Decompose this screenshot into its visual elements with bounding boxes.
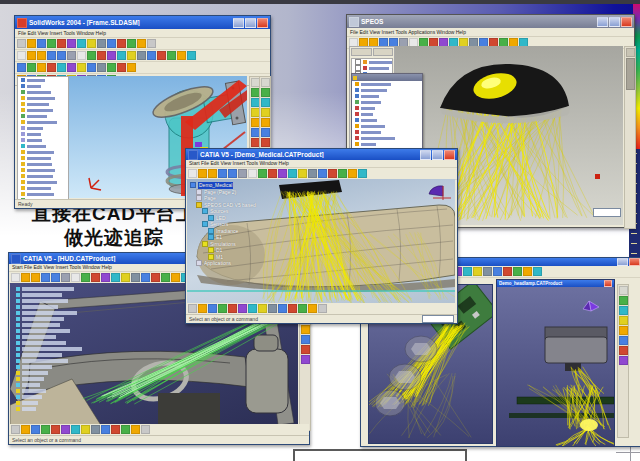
tool-icon[interactable]: [261, 138, 270, 147]
scroll-thumb[interactable]: [626, 58, 635, 90]
toolbar-icon[interactable]: [47, 39, 56, 48]
toolbar-icon[interactable]: [268, 169, 277, 178]
tool-icon[interactable]: [261, 98, 270, 107]
toolbar-icon[interactable]: [493, 267, 502, 276]
tool-icon[interactable]: [261, 108, 270, 117]
toolbar-icon[interactable]: [147, 51, 156, 60]
titlebar[interactable]: SolidWorks 2004 - [Frame.SLDASM]: [15, 16, 270, 29]
toolbar-icon[interactable]: [513, 267, 522, 276]
tool-icon[interactable]: [619, 326, 628, 335]
toolbar-icon[interactable]: [318, 304, 327, 313]
toolbar-view[interactable]: [15, 62, 270, 74]
tool-icon[interactable]: [619, 346, 628, 355]
toolbar-icon[interactable]: [483, 267, 492, 276]
toolbar-icon[interactable]: [77, 63, 86, 72]
titlebar[interactable]: SPEOS: [347, 15, 634, 28]
feature-tree[interactable]: [17, 76, 69, 200]
tool-icon[interactable]: [619, 316, 628, 325]
toolbar-icon[interactable]: [37, 51, 46, 60]
right-scrollbar[interactable]: [624, 46, 636, 229]
toolbar-icon[interactable]: [121, 425, 130, 434]
toolbar-icon[interactable]: [27, 39, 36, 48]
toolbar-icon[interactable]: [41, 273, 50, 282]
menubar[interactable]: File Edit View Insert Tools Applications…: [347, 28, 634, 37]
toolbar-icon[interactable]: [97, 63, 106, 72]
toolbar-icon[interactable]: [187, 51, 196, 60]
toolbar-icon[interactable]: [47, 63, 56, 72]
toolbar-icon[interactable]: [41, 425, 50, 434]
toolbar-icon[interactable]: [131, 425, 140, 434]
toolbar-icon[interactable]: [473, 267, 482, 276]
toolbar-icon[interactable]: [131, 273, 140, 282]
toolbar-icon[interactable]: [141, 273, 150, 282]
tool-icon[interactable]: [301, 335, 310, 344]
toolbar-icon[interactable]: [167, 51, 176, 60]
toolbar-icon[interactable]: [121, 273, 130, 282]
toolbar-icon[interactable]: [228, 304, 237, 313]
tool-icon[interactable]: [261, 78, 270, 87]
compass-icon[interactable]: [429, 186, 451, 200]
toolbar-icon[interactable]: [117, 51, 126, 60]
toolbar-icon[interactable]: [218, 169, 227, 178]
toolbar-icon[interactable]: [268, 304, 277, 313]
tree-row[interactable]: [13, 406, 103, 412]
toolbar-icon[interactable]: [37, 63, 46, 72]
toolbar-icon[interactable]: [463, 267, 472, 276]
toolbar-icon[interactable]: [101, 273, 110, 282]
toolbar-icon[interactable]: [91, 273, 100, 282]
toolbar-icon[interactable]: [137, 51, 146, 60]
toolbar-icon[interactable]: [141, 425, 150, 434]
tool-icon[interactable]: [261, 88, 270, 97]
toolbar-icon[interactable]: [228, 169, 237, 178]
toolbar-icon[interactable]: [17, 51, 26, 60]
toolbar-icon[interactable]: [101, 425, 110, 434]
toolbar-icon[interactable]: [91, 425, 100, 434]
toolbar-icon[interactable]: [111, 273, 120, 282]
toolbar-icon[interactable]: [298, 169, 307, 178]
window-buttons[interactable]: [233, 18, 268, 28]
toolbar-icon[interactable]: [71, 273, 80, 282]
catia-tree[interactable]: [13, 286, 103, 412]
toolbar-icon[interactable]: [258, 304, 267, 313]
toolbar-icon[interactable]: [21, 273, 30, 282]
tool-icon[interactable]: [261, 118, 270, 127]
toolbar-icon[interactable]: [111, 425, 120, 434]
toolbar-icon[interactable]: [87, 51, 96, 60]
child-titlebar[interactable]: Demo_headlamp.CATProduct: [497, 280, 614, 287]
toolbar-icon[interactable]: [51, 273, 60, 282]
tool-icon[interactable]: [301, 325, 310, 334]
toolbar-icon[interactable]: [208, 304, 217, 313]
toolbar-icon[interactable]: [218, 304, 227, 313]
toolbar-icon[interactable]: [147, 39, 156, 48]
toolbar-icon[interactable]: [198, 304, 207, 313]
toolbar-icon[interactable]: [308, 304, 317, 313]
toolbar-icon[interactable]: [97, 39, 106, 48]
toolbar-icon[interactable]: [127, 39, 136, 48]
toolbar-icon[interactable]: [71, 425, 80, 434]
toolbar-standard[interactable]: [15, 38, 270, 50]
toolbar-icon[interactable]: [278, 169, 287, 178]
toolbar-icon[interactable]: [248, 169, 257, 178]
toolbar-icon[interactable]: [188, 304, 197, 313]
window-buttons[interactable]: [597, 17, 632, 27]
tool-icon[interactable]: [619, 286, 628, 295]
toolbar-icon[interactable]: [77, 51, 86, 60]
toolbar-icon[interactable]: [67, 39, 76, 48]
toolbar-icon[interactable]: [137, 39, 146, 48]
toolbar-icon[interactable]: [198, 169, 207, 178]
tool-icon[interactable]: [261, 128, 270, 137]
tool-icon[interactable]: [619, 356, 628, 365]
toolbar-icon[interactable]: [278, 304, 287, 313]
tool-icon[interactable]: [619, 296, 628, 305]
toolbar-icon[interactable]: [67, 51, 76, 60]
toolbar-icon[interactable]: [67, 63, 76, 72]
toolbar-icon[interactable]: [27, 51, 36, 60]
tool-icon[interactable]: [619, 336, 628, 345]
toolbar-icon[interactable]: [31, 273, 40, 282]
toolbar-icon[interactable]: [238, 304, 247, 313]
titlebar[interactable]: CATIA V5 - [Demo_Medical.CATProduct]: [186, 149, 457, 160]
toolbar-icon[interactable]: [57, 39, 66, 48]
catia-tree[interactable]: Demo_Medical Page (Page 2) Page SPEOS CA…: [190, 182, 256, 267]
toolbar-icon[interactable]: [11, 425, 20, 434]
toolbar-icon[interactable]: [51, 425, 60, 434]
